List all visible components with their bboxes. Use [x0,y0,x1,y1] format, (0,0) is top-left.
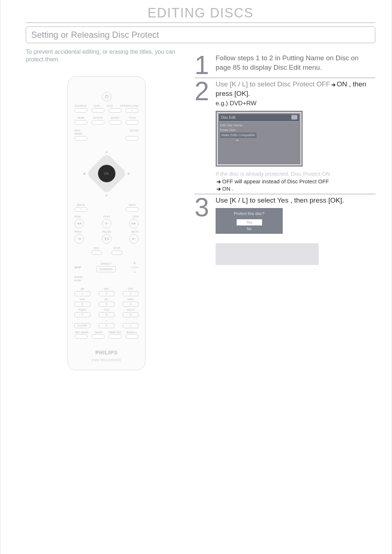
arrow-right-icon [331,80,336,89]
btn-disc-menu [74,136,87,140]
step-2-note: If the disc is already protected, Disc P… [216,170,375,192]
label-dvd: DVD [107,104,113,107]
label-setup: SETUP [126,129,139,135]
s2-note-a: OFF will appear instead of Disc Protect … [222,178,329,184]
title-rule [26,23,375,23]
label-timerset: TIMER SET [107,331,122,334]
btn-stop [111,250,122,255]
remote-control-illustration: SOURCE VCR DVD OPEN/CLOSE HDMI DTV/TV AU… [68,76,146,370]
label-ffw: FFW [133,215,139,218]
confirm-yes: Yes [237,219,262,226]
btn-source [74,108,87,113]
step-3-instruction: Use [K / L] to select Yes , then press [… [216,196,375,205]
label-skip: SKIP [74,266,81,269]
label-vcr: VCR [94,104,100,107]
label-search: SEARCH [124,331,139,334]
btn-next: ▶I [129,234,139,244]
btn-rew: ◀◀ [74,219,84,228]
dpad: OK ▲ ▼ ◀ ▶ [82,149,131,198]
label-hdmi: HDMI [74,116,87,119]
step-2: 2 Use [K / L] to select Disc Protect OFF… [195,78,375,192]
osd-disc-icon [291,115,297,119]
btn-recmode [74,334,87,339]
label-ch: • CH • [131,266,139,269]
confirm-question: Protect this disc? [218,211,281,216]
label-pause: PAUSE [102,230,111,233]
kp-lbl-2: ABC [99,287,115,290]
label-title: TITLE [126,116,139,119]
step-1: 1 Follow steps 1 to 2 in Putting Name on… [195,52,375,76]
btn-search [126,334,139,339]
kp-2: 2 [99,291,115,296]
kp-1: 1 [74,291,90,296]
kp-lbl-8: TUV [99,308,115,311]
label-dtvtv: DTV/TV [91,116,105,119]
kp-lbl-1: @/ [74,287,90,290]
step-3: 3 Use [K / L] to select Yes , then press… [195,194,375,265]
plus-icon: + [133,260,136,266]
kp-lbl-9: WXYZ [123,308,139,311]
kp-clear: CLEAR [74,323,90,328]
dpad-down-icon: ▼ [105,194,108,197]
s2-mid: ] to select Disc Protect OFF [246,80,330,88]
label-source: SOURCE [74,104,87,107]
osd-item-1: Edit Disc Name [220,123,298,128]
kp-lbl-6: MNO [123,298,139,301]
btn-setup [126,136,139,140]
kp-4: 4 [74,302,90,307]
s2-note-b: ON . [222,186,233,192]
btn-prev: I◀ [74,234,84,244]
kp-dot: • [123,323,139,328]
btn-play: ▶ [102,219,111,228]
btn-rec [91,250,102,255]
device-label: DVD RECORDER [92,358,121,362]
btn-vcr [91,108,105,113]
step-3-number: 3 [195,196,216,265]
btn-hdmi [74,120,87,125]
btn-info [126,207,139,212]
kp-lbl-7: PQRS [74,308,90,311]
step-2-number: 2 [195,80,216,192]
btn-dubbing: DUBBING [96,266,116,272]
label-disc-menu: DISC MENU [74,129,87,135]
kp-9: 9 [123,312,139,317]
btn-timer [91,334,105,339]
osd-title: Disc Edit [221,115,235,120]
label-info: INFO [128,203,135,207]
minus-icon: − [133,269,136,275]
arrow-right-icon [216,178,221,185]
step-2-example-label: e.g.) DVD+RW [216,99,375,108]
btn-dvd [109,108,122,113]
brand-logo: PHILIPS [95,350,118,355]
kp-3: 3 [123,291,139,296]
label-back: BACK [77,203,85,207]
btn-title [126,120,139,125]
power-icon [102,92,111,101]
s3-pre: Use [ [216,196,232,204]
osd-arrow-icon: ⇨ [236,138,298,143]
label-rec: REC [94,247,99,250]
page-title: EDITING DISCS [26,5,375,21]
label-stop: STOP [113,247,120,250]
kp-lbl-3: DEF [123,287,139,290]
btn-ffw: ▶▶ [129,219,139,228]
s3-kl: K / L [232,196,246,204]
s2-on: ON [337,80,347,88]
confirm-no: No [237,227,262,232]
btn-timerset [109,334,122,339]
dpad-left-icon: ◀ [83,172,85,175]
arrow-right-icon [216,185,221,192]
btn-back: ↶ [74,207,87,212]
dpad-right-icon: ▶ [128,172,130,175]
kp-7: 7 [74,312,90,317]
btn-audio [109,120,122,125]
kp-0: 0 [99,323,115,328]
btn-ok: OK [98,165,115,182]
label-openclose: OPEN/CLOSE [120,104,139,107]
osd-item-2: Erase Disc [220,128,298,133]
placeholder-box [216,243,319,265]
kp-6: 6 [123,302,139,307]
disc-edit-osd: Disc Edit Edit Disc Name Erase Disc Make… [216,111,303,167]
section-subheading: Setting or Releasing Disc Protect [26,27,375,43]
kp-5: 5 [99,302,115,307]
